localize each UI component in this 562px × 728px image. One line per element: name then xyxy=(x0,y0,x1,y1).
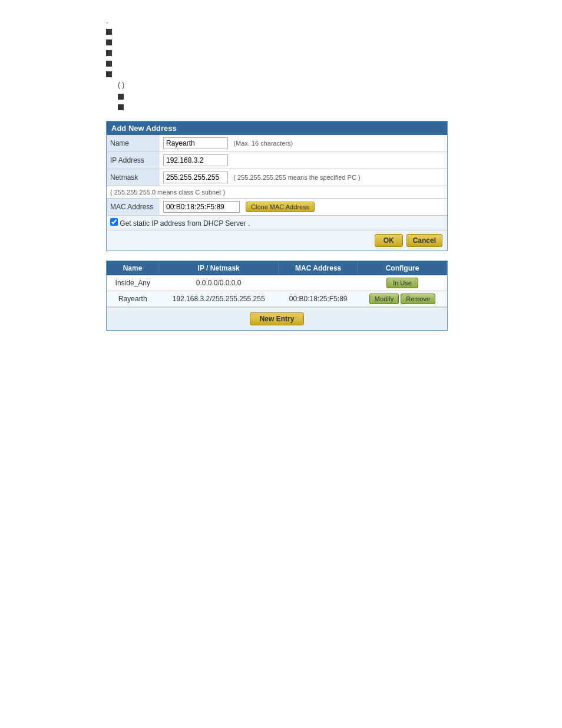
bullet-icon-3 xyxy=(106,50,112,56)
cancel-button[interactable]: Cancel xyxy=(406,234,442,247)
bullet-icon-1 xyxy=(106,29,112,35)
mac-row: MAC Address Clone MAC Address xyxy=(107,199,447,216)
dhcp-label-text: Get static IP address from DHCP Server . xyxy=(120,219,250,228)
bullet-item-2 xyxy=(106,38,456,45)
row2-name: Rayearth xyxy=(107,291,159,307)
form-footer: OK Cancel xyxy=(107,230,447,251)
bullet-item-3 xyxy=(106,49,456,56)
row2-configure: ModifyRemove xyxy=(358,291,447,307)
bullet-item-6 xyxy=(118,93,456,100)
ip-value-cell xyxy=(160,152,447,169)
modify-button[interactable]: Modify xyxy=(369,294,399,304)
bullet-item-1 xyxy=(106,28,456,35)
ok-button[interactable]: OK xyxy=(375,234,403,247)
form-table: Name (Max. 16 characters) IP Address Net… xyxy=(107,135,447,230)
mac-input[interactable] xyxy=(163,201,240,213)
name-hint: (Max. 16 characters) xyxy=(233,140,293,147)
table-header-row: Name IP / Netmask MAC Address Configure xyxy=(107,261,447,275)
netmask-hint2: ( 255.255.255.0 means class C subnet ) xyxy=(107,186,447,199)
row1-ip: 0.0.0.0/0.0.0.0 xyxy=(159,275,279,291)
paren-note: ( ) xyxy=(118,81,456,89)
col-name: Name xyxy=(107,261,159,275)
bullet-item-4 xyxy=(106,60,456,67)
netmask-input[interactable] xyxy=(163,172,228,183)
add-new-address-form: Add New Address Name (Max. 16 characters… xyxy=(106,121,448,251)
name-label: Name xyxy=(107,135,160,152)
bullet-icon-5 xyxy=(106,71,112,77)
dhcp-checkbox-cell: Get static IP address from DHCP Server . xyxy=(107,216,447,230)
col-mac: MAC Address xyxy=(279,261,358,275)
row1-name: Inside_Any xyxy=(107,275,159,291)
ip-input[interactable] xyxy=(163,154,228,166)
add-form-title: Add New Address xyxy=(107,121,447,135)
table-row: Inside_Any 0.0.0.0/0.0.0.0 In Use xyxy=(107,275,447,291)
new-entry-button[interactable]: New Entry xyxy=(250,312,305,325)
name-input[interactable] xyxy=(163,137,228,149)
address-table-container: Name IP / Netmask MAC Address Configure … xyxy=(106,261,448,331)
dhcp-checkbox[interactable] xyxy=(110,218,118,226)
bullet-section: · ( ) xyxy=(106,12,456,110)
col-configure: Configure xyxy=(358,261,447,275)
row2-mac: 00:B0:18:25:F5:89 xyxy=(279,291,358,307)
mac-label: MAC Address xyxy=(107,199,160,216)
ip-row: IP Address xyxy=(107,152,447,169)
name-value-cell: (Max. 16 characters) xyxy=(160,135,447,152)
table-row: Rayearth 192.168.3.2/255.255.255.255 00:… xyxy=(107,291,447,307)
netmask-row: Netmask ( 255.255.255.255 means the spec… xyxy=(107,169,447,186)
netmask-hint1: ( 255.255.255.255 means the specified PC… xyxy=(233,174,360,181)
dhcp-label[interactable]: Get static IP address from DHCP Server . xyxy=(110,219,250,228)
name-row: Name (Max. 16 characters) xyxy=(107,135,447,152)
netmask-hints-row: ( 255.255.255.0 means class C subnet ) xyxy=(107,186,447,199)
bullet-icon-7 xyxy=(118,104,124,110)
clone-mac-button[interactable]: Clone MAC Address xyxy=(246,202,315,212)
dhcp-checkbox-row: Get static IP address from DHCP Server . xyxy=(107,216,447,230)
netmask-value-cell: ( 255.255.255.255 means the specified PC… xyxy=(160,169,447,186)
ip-label: IP Address xyxy=(107,152,160,169)
bullet-icon-2 xyxy=(106,39,112,45)
row1-configure: In Use xyxy=(358,275,447,291)
row1-mac xyxy=(279,275,358,291)
remove-button[interactable]: Remove xyxy=(401,294,435,304)
new-entry-footer: New Entry xyxy=(107,307,447,330)
top-bullet-dot: · xyxy=(106,18,456,27)
in-use-button[interactable]: In Use xyxy=(386,278,418,288)
row2-ip: 192.168.3.2/255.255.255.255 xyxy=(159,291,279,307)
bullet-icon-6 xyxy=(118,94,124,100)
mac-value-cell: Clone MAC Address xyxy=(160,199,447,216)
netmask-label: Netmask xyxy=(107,169,160,186)
bullet-item-7 xyxy=(118,103,456,110)
col-ip-netmask: IP / Netmask xyxy=(159,261,279,275)
bullet-item-5 xyxy=(106,70,456,77)
address-table: Name IP / Netmask MAC Address Configure … xyxy=(107,261,447,307)
bullet-icon-4 xyxy=(106,61,112,67)
